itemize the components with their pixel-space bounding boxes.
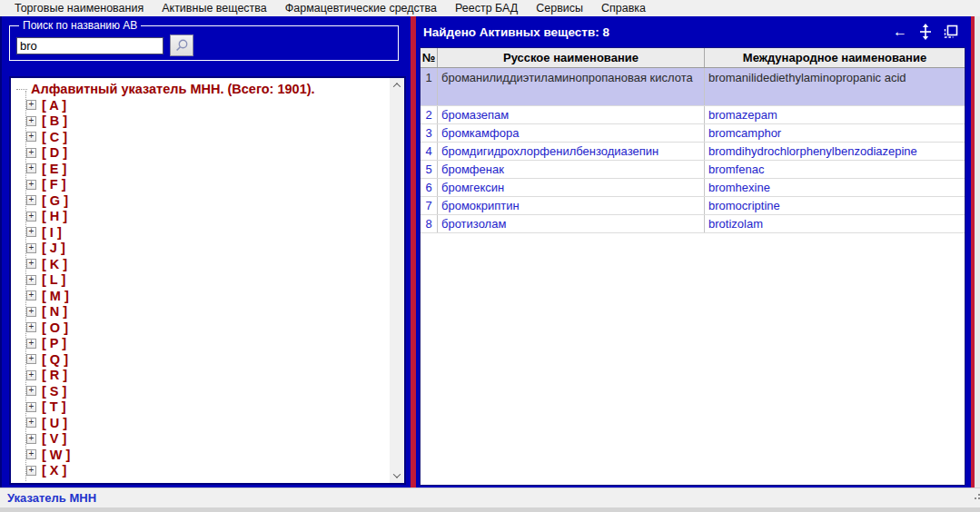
- tree-item-N[interactable]: +[ N ]: [16, 304, 390, 320]
- search-input[interactable]: [16, 37, 163, 54]
- tree-item-label: [ K ]: [42, 257, 67, 271]
- russian-name-cell[interactable]: бромфенак: [438, 161, 705, 178]
- expand-plus-icon[interactable]: +: [26, 307, 36, 317]
- international-name-cell[interactable]: bromdihydrochlorphenylbenzodiazepine: [705, 143, 965, 160]
- column-header-international-name[interactable]: Международное наименование: [705, 48, 965, 67]
- expand-plus-icon[interactable]: +: [26, 243, 36, 253]
- expand-plus-icon[interactable]: +: [26, 402, 36, 412]
- international-name-cell[interactable]: bromfenac: [705, 161, 965, 178]
- tree-item-J[interactable]: +[ J ]: [16, 241, 390, 257]
- search-button[interactable]: [170, 34, 193, 56]
- expand-plus-icon[interactable]: +: [26, 418, 36, 428]
- tree-item-label: [ W ]: [42, 448, 70, 462]
- tree-item-I[interactable]: +[ I ]: [16, 224, 390, 241]
- back-arrow-icon[interactable]: ←: [891, 23, 909, 41]
- international-name-cell[interactable]: bromhexine: [705, 179, 965, 196]
- table-row[interactable]: 3 бромкамфора bromcamphor: [421, 124, 965, 143]
- expand-plus-icon[interactable]: +: [26, 434, 36, 444]
- mnn-tree: Алфавитный указатель МНН. (Всего: 1901).…: [11, 78, 390, 483]
- expand-plus-icon[interactable]: +: [26, 370, 36, 380]
- tree-item-G[interactable]: +[ G ]: [16, 192, 390, 209]
- table-row[interactable]: 5 бромфенак bromfenac: [421, 161, 965, 179]
- expand-plus-icon[interactable]: +: [26, 227, 36, 237]
- expand-plus-icon[interactable]: +: [26, 386, 36, 396]
- tree-item-label: [ J ]: [42, 241, 65, 255]
- expand-plus-icon[interactable]: +: [26, 180, 36, 190]
- expand-plus-icon[interactable]: +: [26, 163, 36, 173]
- expand-plus-icon[interactable]: +: [26, 116, 36, 126]
- table-row[interactable]: 8 бротизолам brotizolam: [421, 215, 965, 233]
- scroll-up-icon[interactable]: [390, 78, 404, 93]
- header-icons: ←: [891, 23, 960, 41]
- menu-item-services[interactable]: Сервисы: [527, 1, 592, 15]
- expand-plus-icon[interactable]: +: [26, 354, 36, 364]
- table-row[interactable]: 6 бромгексин bromhexine: [421, 179, 965, 197]
- menu-item-bad-registry[interactable]: Реестр БАД: [446, 1, 527, 15]
- menu-bar: Торговые наименования Активные вещества …: [0, 0, 980, 16]
- expand-plus-icon[interactable]: +: [26, 449, 36, 459]
- menu-item-help[interactable]: Справка: [592, 1, 655, 15]
- expand-plus-icon[interactable]: +: [26, 322, 36, 332]
- russian-name-cell[interactable]: бромокриптин: [438, 197, 705, 214]
- tree-scrollbar[interactable]: [390, 78, 404, 483]
- expand-plus-icon[interactable]: +: [26, 212, 36, 222]
- russian-name-cell[interactable]: бромдигидрохлорфенилбензодиазепин: [438, 143, 705, 160]
- move-cross-icon[interactable]: [916, 23, 935, 41]
- tree-item-V[interactable]: +[ V ]: [16, 431, 390, 448]
- tree-item-F[interactable]: +[ F ]: [16, 177, 390, 193]
- tree-item-K[interactable]: +[ K ]: [16, 256, 390, 272]
- overlapping-windows-icon[interactable]: [942, 23, 960, 41]
- tree-item-X[interactable]: +[ X ]: [16, 463, 390, 479]
- tree-item-P[interactable]: +[ P ]: [16, 336, 390, 352]
- expand-plus-icon[interactable]: +: [26, 275, 36, 285]
- tree-item-L[interactable]: +[ L ]: [16, 272, 390, 289]
- column-header-number[interactable]: №: [421, 48, 438, 67]
- table-row[interactable]: 2 бромазепам bromazepam: [421, 106, 965, 124]
- expand-plus-icon[interactable]: +: [26, 339, 36, 349]
- scroll-down-icon[interactable]: [390, 468, 404, 483]
- international-name-cell[interactable]: brotizolam: [705, 215, 965, 232]
- international-name-cell[interactable]: bromocriptine: [705, 197, 965, 214]
- expand-plus-icon[interactable]: +: [26, 466, 36, 476]
- tree-item-S[interactable]: +[ S ]: [16, 383, 390, 399]
- expand-plus-icon[interactable]: +: [26, 132, 36, 142]
- russian-name-cell[interactable]: бромгексин: [438, 179, 705, 196]
- tree-item-U[interactable]: +[ U ]: [16, 415, 390, 431]
- tree-item-C[interactable]: +[ C ]: [16, 129, 390, 145]
- table-row[interactable]: 4 бромдигидрохлорфенилбензодиазепин brom…: [421, 143, 965, 161]
- expand-plus-icon[interactable]: +: [26, 259, 36, 269]
- russian-name-cell[interactable]: броманилиддиэтиламинопропановая кислота: [438, 68, 705, 105]
- tree-item-A[interactable]: +[ A ]: [16, 97, 390, 113]
- tree-item-label: [ A ]: [42, 98, 66, 113]
- expand-plus-icon[interactable]: +: [26, 148, 36, 158]
- expand-plus-icon[interactable]: +: [26, 290, 36, 300]
- tree-item-D[interactable]: +[ D ]: [16, 145, 390, 162]
- tree-item-M[interactable]: +[ M ]: [16, 288, 390, 304]
- tree-item-H[interactable]: +[ H ]: [16, 209, 390, 225]
- russian-name-cell[interactable]: бромкамфора: [438, 124, 705, 142]
- international-name-cell[interactable]: bromazepam: [705, 106, 965, 123]
- menu-item-trade-names[interactable]: Торговые наименования: [5, 1, 153, 15]
- menu-item-active-substances[interactable]: Активные вещества: [153, 1, 276, 15]
- tree-item-B[interactable]: +[ B ]: [16, 113, 390, 130]
- tree-item-Q[interactable]: +[ Q ]: [16, 351, 390, 368]
- international-name-cell[interactable]: bromanilidediethylaminopropanic acid: [705, 68, 965, 105]
- tree-item-T[interactable]: +[ T ]: [16, 399, 390, 416]
- international-name-cell[interactable]: bromcamphor: [705, 124, 965, 142]
- tree-item-E[interactable]: +[ E ]: [16, 161, 390, 177]
- tree-item-O[interactable]: +[ O ]: [16, 320, 390, 336]
- tree-item-W[interactable]: +[ W ]: [16, 447, 390, 463]
- menu-item-pharmaceutical-agents[interactable]: Фармацевтические средства: [276, 1, 446, 15]
- right-panel: Найдено Активных веществ: 8 ←: [416, 16, 971, 487]
- tree-root-node[interactable]: Алфавитный указатель МНН. (Всего: 1901).: [16, 81, 390, 97]
- expand-plus-icon[interactable]: +: [26, 195, 36, 205]
- resize-grip[interactable]: [975, 497, 976, 499]
- table-row[interactable]: 1 броманилиддиэтиламинопропановая кислот…: [421, 68, 965, 106]
- table-row[interactable]: 7 бромокриптин bromocriptine: [421, 197, 965, 215]
- tree-item-R[interactable]: +[ R ]: [16, 368, 390, 384]
- expand-plus-icon[interactable]: +: [26, 100, 36, 110]
- russian-name-cell[interactable]: бромазепам: [438, 106, 705, 123]
- search-group-label: Поиск по названию АВ: [19, 19, 141, 32]
- column-header-russian-name[interactable]: Русское наименование: [438, 48, 705, 67]
- russian-name-cell[interactable]: бротизолам: [438, 215, 705, 232]
